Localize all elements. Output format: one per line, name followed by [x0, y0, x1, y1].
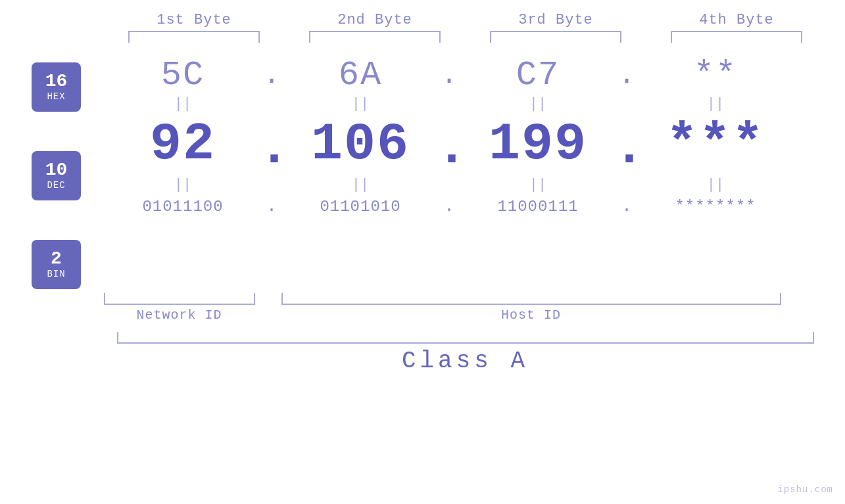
bin-val-4: ********: [675, 198, 756, 216]
eq-2-2: ||: [285, 178, 436, 193]
bin-cell-2: 01101010: [285, 198, 436, 216]
eq-1-3: ||: [462, 97, 614, 112]
dec-val-2: 106: [311, 114, 410, 174]
eq-2-4: ||: [640, 178, 791, 193]
hex-badge: 16 HEX: [32, 62, 81, 112]
dec-cell-3: 199: [462, 114, 614, 174]
hex-dot-3: .: [614, 60, 640, 91]
network-id-label: Network ID: [104, 308, 255, 323]
bin-cell-4: ********: [640, 198, 791, 216]
dec-dot-1: .: [258, 120, 285, 177]
dec-badge: 10 DEC: [32, 151, 81, 200]
eq-2-3: ||: [462, 178, 614, 193]
main-data-area: 16 HEX 10 DEC 2 BIN 5C . 6A: [0, 49, 845, 289]
hex-val-3: C7: [516, 56, 560, 95]
hex-cell-2: 6A: [285, 56, 436, 95]
dec-badge-label: DEC: [47, 181, 65, 191]
byte1-header: 1st Byte: [118, 12, 270, 28]
bin-val-2: 01101010: [320, 198, 400, 216]
dec-dot-3: .: [614, 120, 640, 177]
host-id-label: Host ID: [281, 308, 781, 323]
hex-cell-3: C7: [462, 56, 614, 95]
hex-dot-2: .: [436, 60, 462, 91]
bottom-brackets-row: [104, 293, 827, 305]
bin-dot-3: .: [614, 196, 640, 216]
dec-dot-2: .: [436, 120, 462, 177]
bin-badge-label: BIN: [47, 269, 65, 279]
dec-val-1: 92: [150, 114, 216, 174]
top-brackets: [104, 31, 827, 43]
bin-dot-2: .: [436, 196, 462, 216]
eq-1-4: ||: [640, 97, 791, 112]
bin-val-3: 11000111: [497, 198, 578, 216]
byte2-header: 2nd Byte: [299, 12, 450, 28]
eq-1-1: ||: [107, 97, 258, 112]
dec-row: 92 . 106 . 199 . ***: [107, 114, 845, 174]
hex-cell-4: **: [640, 56, 791, 95]
hex-val-2: 6A: [339, 56, 382, 95]
bracket-top-1: [128, 31, 260, 43]
hex-cell-1: 5C: [107, 56, 258, 95]
dec-badge-number: 10: [45, 160, 68, 181]
bin-dot-1: .: [258, 196, 285, 216]
dec-val-4: ***: [666, 114, 765, 174]
bracket-top-2: [309, 31, 441, 43]
byte4-header: 4th Byte: [661, 12, 812, 28]
host-id-bracket: [281, 293, 781, 305]
main-container: 1st Byte 2nd Byte 3rd Byte 4th Byte 16 H…: [0, 0, 845, 504]
eq-2-1: ||: [107, 178, 258, 193]
equals-row-1: || || || ||: [107, 97, 845, 112]
byte3-header: 3rd Byte: [480, 12, 631, 28]
dec-cell-1: 92: [107, 114, 258, 174]
dec-val-3: 199: [489, 114, 587, 174]
byte-headers-row: 1st Byte 2nd Byte 3rd Byte 4th Byte: [104, 12, 827, 28]
hex-val-4: **: [694, 56, 737, 95]
bin-badge-number: 2: [51, 249, 62, 269]
bin-cell-3: 11000111: [462, 198, 614, 216]
bin-badge: 2 BIN: [32, 240, 81, 289]
bin-val-1: 01011100: [142, 198, 223, 216]
network-id-bracket: [104, 293, 255, 305]
eq-1-2: ||: [285, 97, 436, 112]
class-bracket: [117, 332, 814, 344]
class-label: Class A: [117, 348, 814, 375]
dec-cell-4: ***: [640, 114, 791, 174]
watermark: ipshu.com: [777, 484, 833, 495]
bracket-top-3: [490, 31, 621, 43]
hex-badge-label: HEX: [47, 92, 65, 102]
bin-cell-1: 01011100: [107, 198, 258, 216]
hex-val-1: 5C: [161, 56, 205, 95]
data-rows-area: 5C . 6A . C7 . ** || ||: [107, 49, 845, 216]
hex-dot-1: .: [258, 60, 285, 91]
id-labels-row: Network ID Host ID: [104, 308, 827, 323]
bracket-top-4: [671, 31, 802, 43]
hex-badge-number: 16: [45, 72, 68, 92]
bin-row: 01011100 . 01101010 . 11000111 . *******…: [107, 196, 845, 216]
hex-row: 5C . 6A . C7 . **: [107, 56, 845, 95]
badges-column: 16 HEX 10 DEC 2 BIN: [32, 62, 81, 289]
dec-cell-2: 106: [285, 114, 436, 174]
equals-row-2: || || || ||: [107, 178, 845, 193]
